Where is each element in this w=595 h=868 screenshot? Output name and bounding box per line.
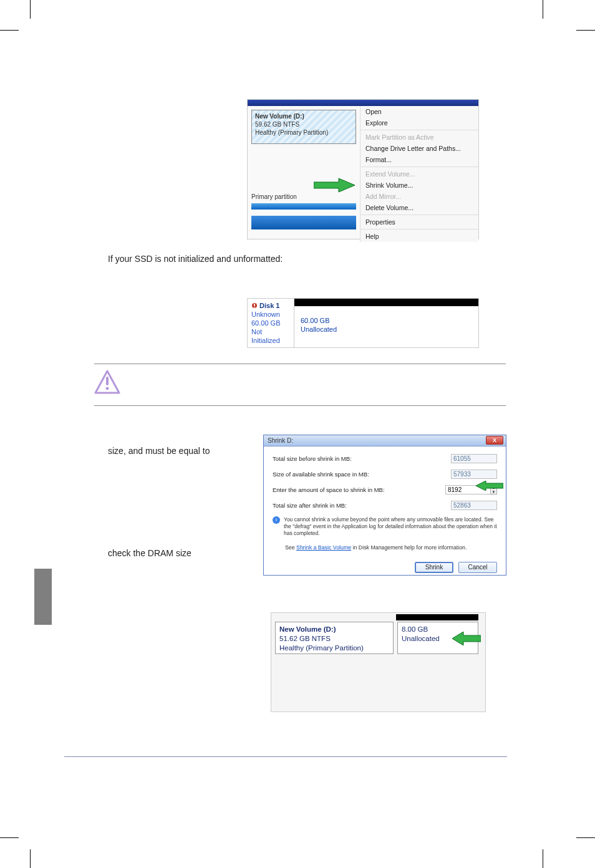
volume-status: Healthy (Primary Partition): [255, 128, 352, 137]
shrink-amount-label: Enter the amount of space to shrink in M…: [273, 486, 385, 493]
shrink-button[interactable]: Shrink: [415, 562, 453, 573]
context-menu: Open Explore Mark Partition as Active Ch…: [360, 106, 478, 242]
menu-shrink-volume[interactable]: Shrink Volume...: [360, 180, 478, 191]
menu-format[interactable]: Format...: [360, 154, 478, 165]
caption-text-2: check the DRAM size: [108, 547, 270, 559]
menu-separator: [360, 229, 478, 229]
volume-name: New Volume (D:): [255, 112, 352, 120]
cancel-button[interactable]: Cancel: [458, 562, 497, 573]
menu-open[interactable]: Open: [360, 106, 478, 117]
info-text: You cannot shrink a volume beyond the po…: [284, 516, 497, 537]
total-before-label: Total size before shrink in MB:: [273, 455, 352, 462]
disk-space-cell[interactable]: 60.00 GB Unallocated: [294, 299, 478, 347]
disk-status: Not Initialized: [251, 328, 280, 344]
help-pre: See: [285, 544, 296, 551]
unallocated-label: Unallocated: [301, 325, 472, 334]
svg-rect-2: [254, 304, 255, 306]
dialog-title: Shrink D:: [268, 437, 293, 444]
menu-add-mirror: Add Mirror...: [360, 191, 478, 202]
menu-separator: [360, 215, 478, 215]
svg-rect-5: [106, 377, 109, 385]
disk-lower-bar: [251, 216, 356, 229]
menu-change-letter[interactable]: Change Drive Letter and Paths...: [360, 143, 478, 154]
svg-rect-3: [254, 307, 255, 307]
screenshot-context-menu: New Volume (D:) 59.62 GB NTFS Healthy (P…: [247, 99, 479, 239]
screenshot-shrink-dialog: Shrink D: X Total size before shrink in …: [263, 435, 506, 576]
total-after-label: Total size after shrink in MB:: [273, 502, 347, 509]
menu-explore[interactable]: Explore: [360, 117, 478, 128]
available-space-value: 57933: [451, 470, 497, 479]
unallocated-header-bar: [396, 614, 478, 620]
help-text: See Shrink a Basic Volume in Disk Manage…: [285, 544, 497, 551]
disk-info-cell[interactable]: Disk 1 Unknown 60.00 GB Not Initialized: [248, 299, 294, 347]
volume-status: Healthy (Primary Partition): [279, 644, 389, 653]
volume-name: New Volume (D:): [279, 625, 389, 634]
primary-partition-label: Primary partition: [251, 193, 297, 200]
side-tab: [34, 569, 52, 625]
screenshot-partition-after-shrink: New Volume (D:) 51.62 GB NTFS Healthy (P…: [271, 612, 486, 712]
disk-size: 60.00 GB: [251, 319, 280, 327]
footer-rule: [64, 756, 507, 757]
close-icon: X: [493, 437, 496, 443]
menu-properties[interactable]: Properties: [360, 216, 478, 228]
selected-volume-block[interactable]: New Volume (D:) 59.62 GB NTFS Healthy (P…: [251, 110, 356, 144]
arrow-icon: [452, 632, 481, 645]
dialog-titlebar[interactable]: Shrink D: X: [264, 435, 506, 446]
unallocated-header-bar: [294, 299, 478, 306]
arrow-icon: [476, 481, 503, 491]
menu-separator: [360, 166, 478, 167]
disk-header-bar: [248, 100, 478, 106]
arrow-icon: [314, 177, 356, 193]
menu-extend-volume: Extend Volume...: [360, 168, 478, 180]
warning-row: [94, 364, 506, 406]
available-space-label: Size of available shrink space in MB:: [273, 471, 369, 478]
warning-icon: [94, 369, 120, 395]
close-button[interactable]: X: [486, 436, 503, 445]
caption-text-1: size, and must be equal to: [108, 445, 270, 457]
volume-size-fs: 51.62 GB NTFS: [279, 634, 389, 644]
volume-block-d[interactable]: New Volume (D:) 51.62 GB NTFS Healthy (P…: [275, 622, 394, 654]
svg-marker-0: [314, 178, 355, 192]
unallocated-size: 60.00 GB: [301, 316, 472, 325]
info-icon: i: [273, 516, 280, 524]
menu-help[interactable]: Help: [360, 231, 478, 242]
svg-marker-8: [452, 632, 481, 645]
body-text: If your SSD is not initialized and unfor…: [108, 253, 451, 265]
screenshot-uninitialized-disk: Disk 1 Unknown 60.00 GB Not Initialized …: [247, 298, 479, 348]
primary-partition-legend-bar: [251, 203, 356, 210]
volume-size-fs: 59.62 GB NTFS: [255, 120, 352, 128]
disk-name: Disk 1: [259, 302, 279, 309]
page: New Volume (D:) 59.62 GB NTFS Healthy (P…: [34, 34, 539, 832]
disk-icon: [251, 302, 258, 309]
svg-marker-7: [476, 481, 503, 491]
total-after-value: 52863: [451, 501, 497, 510]
menu-delete-volume[interactable]: Delete Volume...: [360, 202, 478, 213]
help-post: in Disk Management help for more informa…: [351, 544, 467, 551]
menu-separator: [360, 130, 478, 130]
svg-point-6: [106, 387, 109, 390]
help-link[interactable]: Shrink a Basic Volume: [296, 544, 351, 551]
menu-mark-active: Mark Partition as Active: [360, 132, 478, 143]
total-before-value: 61055: [451, 454, 497, 463]
disk-unknown: Unknown: [251, 311, 280, 318]
